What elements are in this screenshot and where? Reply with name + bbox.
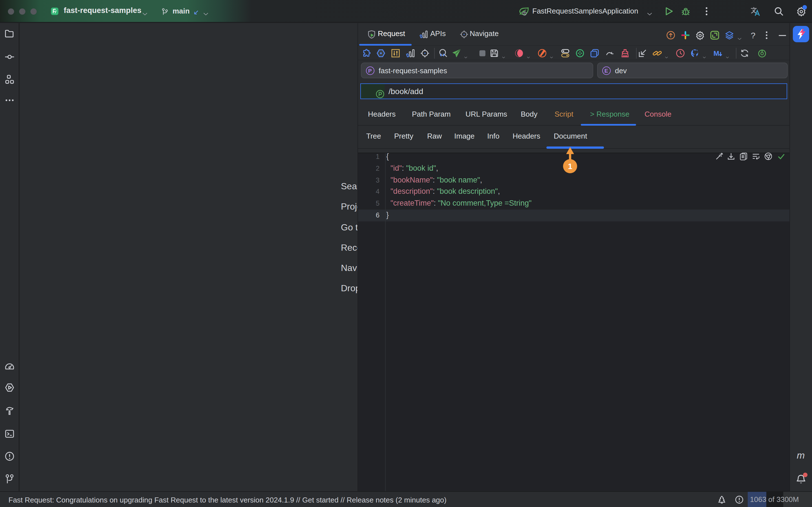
slack-icon[interactable] bbox=[680, 31, 690, 40]
chevron-down-icon[interactable] bbox=[142, 9, 148, 15]
api-bars-icon[interactable] bbox=[406, 48, 416, 58]
insomnia-icon[interactable] bbox=[514, 48, 524, 58]
zoom-window-button[interactable] bbox=[31, 8, 37, 15]
run-configuration-name[interactable]: FastRequestSamplesApplication bbox=[532, 7, 638, 15]
code-token: "id" bbox=[391, 164, 402, 172]
minimize-window-button[interactable] bbox=[19, 8, 26, 15]
plugin-puzzle-icon[interactable] bbox=[362, 48, 371, 58]
request-tab-script[interactable]: Script bbox=[555, 110, 573, 118]
translate-icon[interactable] bbox=[750, 6, 760, 16]
curve-arrow-icon[interactable] bbox=[605, 48, 615, 58]
beautify-wand-icon[interactable] bbox=[715, 152, 723, 161]
more-vertical-icon[interactable] bbox=[702, 6, 712, 16]
power-connect-icon[interactable] bbox=[757, 48, 767, 58]
close-window-button[interactable] bbox=[8, 8, 14, 15]
request-tab-headers[interactable]: Headers bbox=[368, 110, 396, 118]
postman-icon[interactable] bbox=[538, 48, 547, 58]
copy-icon[interactable] bbox=[590, 48, 599, 58]
commit-icon[interactable] bbox=[4, 52, 15, 62]
layers-icon[interactable] bbox=[725, 31, 734, 40]
response-tab-pretty[interactable]: Pretty bbox=[394, 132, 413, 140]
chevron-down-icon[interactable] bbox=[463, 51, 468, 55]
services-icon[interactable] bbox=[4, 383, 15, 393]
chevron-down-icon[interactable] bbox=[526, 51, 530, 55]
upload-circle-icon[interactable] bbox=[666, 31, 675, 40]
check-icon[interactable] bbox=[777, 152, 785, 161]
refresh-icon[interactable] bbox=[740, 48, 749, 58]
chevron-down-icon[interactable] bbox=[664, 51, 669, 55]
response-tab-headers[interactable]: Headers bbox=[513, 132, 540, 140]
terminal-icon[interactable] bbox=[4, 429, 15, 439]
toolbar-divider bbox=[636, 48, 637, 59]
settings-gear-icon[interactable] bbox=[695, 31, 705, 40]
response-tab-tree[interactable]: Tree bbox=[366, 132, 381, 140]
problems-icon[interactable] bbox=[735, 495, 744, 504]
code-token: "description" bbox=[391, 187, 433, 196]
chevron-down-icon[interactable] bbox=[725, 51, 730, 55]
link-chain-icon[interactable] bbox=[652, 48, 662, 58]
profiler-gauge-icon[interactable] bbox=[4, 361, 15, 371]
tree-icon[interactable] bbox=[717, 495, 726, 504]
request-tab-url-params[interactable]: URL Params bbox=[465, 110, 507, 118]
markdown-tool-button[interactable]: m bbox=[797, 450, 805, 461]
sliders-icon[interactable] bbox=[391, 48, 400, 58]
save-icon[interactable] bbox=[490, 48, 499, 58]
chevron-down-icon[interactable] bbox=[702, 51, 707, 55]
browser-chrome-icon[interactable] bbox=[764, 152, 772, 161]
response-tab-raw[interactable]: Raw bbox=[427, 132, 442, 140]
memory-indicator[interactable]: 1063 of 3300M bbox=[748, 492, 812, 507]
request-tab---response[interactable]: > Response bbox=[590, 110, 629, 118]
chevron-down-icon[interactable] bbox=[647, 9, 652, 15]
problems-icon[interactable] bbox=[4, 451, 15, 461]
toggles-icon[interactable] bbox=[560, 48, 570, 58]
help-icon[interactable]: ? bbox=[748, 31, 758, 40]
copy-doc-icon[interactable] bbox=[739, 152, 748, 161]
code-token: , bbox=[436, 164, 439, 172]
chevron-down-icon[interactable] bbox=[549, 51, 554, 55]
chevron-down-icon[interactable] bbox=[203, 9, 209, 15]
version-control-icon[interactable] bbox=[4, 474, 15, 484]
project-name[interactable]: fast-request-samples bbox=[64, 6, 142, 15]
structure-icon[interactable] bbox=[4, 74, 15, 84]
project-select[interactable]: P fast-request-samples bbox=[361, 62, 593, 78]
download-icon[interactable] bbox=[727, 152, 735, 161]
markdown-export-icon[interactable]: M bbox=[713, 48, 723, 58]
history-clock-icon[interactable] bbox=[675, 48, 685, 58]
more-vertical-icon[interactable] bbox=[762, 31, 771, 40]
status-message[interactable]: Fast Request: Congratulations on upgradi… bbox=[8, 496, 447, 504]
import-arrow-icon[interactable] bbox=[638, 48, 647, 58]
code-token: "bookName" bbox=[391, 175, 433, 184]
request-tab-path-param[interactable]: Path Param bbox=[412, 110, 451, 118]
soft-wrap-icon[interactable] bbox=[752, 152, 760, 161]
hexagon-config-icon[interactable] bbox=[376, 48, 386, 58]
target-icon[interactable] bbox=[575, 48, 585, 58]
clean-broom-icon[interactable] bbox=[620, 48, 630, 58]
minimize-icon[interactable] bbox=[777, 31, 787, 40]
expand-icon[interactable] bbox=[710, 31, 719, 40]
github-icon[interactable] bbox=[690, 48, 700, 58]
url-input[interactable]: /book/add bbox=[360, 83, 787, 99]
environment-select[interactable]: E dev bbox=[597, 62, 788, 78]
fast-request-logo-icon[interactable] bbox=[793, 26, 809, 42]
project-folder-icon[interactable] bbox=[4, 29, 15, 39]
search-code-icon[interactable] bbox=[438, 48, 448, 58]
response-tab-image[interactable]: Image bbox=[454, 132, 474, 140]
stop-icon[interactable] bbox=[477, 48, 487, 58]
response-document-editor[interactable]: 1{2 "id": "book id",3 "bookName": "book … bbox=[358, 153, 790, 491]
navigate-crosshair-icon[interactable] bbox=[420, 48, 430, 58]
request-tab-console[interactable]: Console bbox=[645, 110, 671, 118]
request-tab-body[interactable]: Body bbox=[521, 110, 538, 118]
send-icon[interactable] bbox=[452, 48, 461, 58]
run-icon[interactable] bbox=[664, 6, 674, 16]
project-logo-icon bbox=[51, 7, 59, 15]
search-icon[interactable] bbox=[774, 6, 784, 16]
branch-name[interactable]: main bbox=[172, 7, 190, 15]
right-tool-window-stripe: m bbox=[790, 23, 812, 491]
build-hammer-icon[interactable] bbox=[4, 406, 15, 416]
response-tab-document[interactable]: Document bbox=[554, 132, 587, 140]
debug-icon[interactable] bbox=[680, 6, 691, 16]
tab-label: APIs bbox=[430, 29, 446, 38]
chevron-down-icon[interactable] bbox=[501, 51, 506, 55]
response-tab-info[interactable]: Info bbox=[487, 132, 499, 140]
more-horizontal-icon[interactable] bbox=[4, 95, 15, 105]
